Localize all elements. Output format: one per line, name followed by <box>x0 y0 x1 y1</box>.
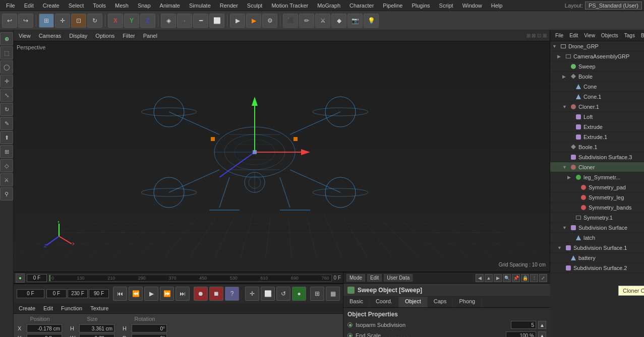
undo-btn[interactable]: ↩ <box>2 14 17 28</box>
sidebar-bevel[interactable]: ◇ <box>0 159 13 172</box>
prev-frame-btn[interactable]: ⏪ <box>129 287 143 301</box>
edge-mode-btn[interactable]: ━ <box>193 14 208 28</box>
menu-snap[interactable]: Snap <box>134 2 155 10</box>
size-h-input[interactable] <box>79 324 114 332</box>
obj-expand-camera[interactable]: ▶ <box>557 54 563 59</box>
obj-row-symm1[interactable]: Symmetry.1 ○ <box>550 213 644 223</box>
deform-btn[interactable]: ◆ <box>331 14 346 28</box>
menu-plugins[interactable]: Plugins <box>407 2 434 10</box>
help-btn[interactable]: ? <box>225 287 239 301</box>
obj-mode-btn[interactable]: ◈ <box>161 14 176 28</box>
next-frame-btn[interactable]: ⏩ <box>160 287 174 301</box>
scale-btn[interactable]: ⊡ <box>71 14 86 28</box>
point-mode-btn[interactable]: · <box>177 14 192 28</box>
obj-row-loft[interactable]: Loft ✓ ✓ <box>550 112 644 122</box>
sidebar-rect-select[interactable]: ⬚ <box>0 46 13 59</box>
menu-window[interactable]: Window <box>458 2 486 10</box>
goto-start-btn[interactable]: ⏮ <box>113 287 127 301</box>
rotate-btn[interactable]: ↻ <box>87 14 102 28</box>
bl-edit[interactable]: Edit <box>41 304 55 312</box>
menu-character[interactable]: Character <box>345 2 378 10</box>
vp-menu-cameras[interactable]: Cameras <box>37 32 64 40</box>
sidebar-rotate[interactable]: ↻ <box>0 103 13 116</box>
rot-p-input[interactable] <box>132 334 167 337</box>
obj-mgr-objects[interactable]: Objects <box>599 32 620 39</box>
attr-expand[interactable]: ⤢ <box>539 274 547 282</box>
pos-x-input[interactable] <box>27 324 62 332</box>
obj-row-cloner[interactable]: ▼ Cloner ✓ ✓ Cloner Object [Cloner] <box>550 162 644 172</box>
menu-file[interactable]: File <box>2 2 19 10</box>
obj-expand-cloner1[interactable]: ▼ <box>562 104 568 109</box>
obj-expand-subdiv1[interactable]: ▼ <box>557 245 563 250</box>
layout-value[interactable]: PS_Standard (User) <box>585 2 642 10</box>
attr-lock[interactable]: 🔒 <box>521 274 529 282</box>
obj-row-leg-symm[interactable]: ▶ leg_Symmetr... ○ <box>550 172 644 182</box>
prop-isoparm-input[interactable] <box>511 321 536 329</box>
timeline-bar[interactable]: 0130210290370450530610690760 <box>49 275 332 282</box>
record-btn[interactable]: ⏺ <box>194 287 208 301</box>
menu-animate[interactable]: Animate <box>156 2 184 10</box>
move-btn[interactable]: ✛ <box>55 14 70 28</box>
scheme-btn[interactable]: ⊞ <box>310 287 324 301</box>
obj-row-subdiv1[interactable]: ▼ Subdivision Surface.1 ○ ○ <box>550 243 644 253</box>
bl-texture[interactable]: Texture <box>88 304 110 312</box>
obj-row-symm-leg[interactable]: Symmetry_leg ✓ <box>550 192 644 203</box>
prop-endscale-input[interactable] <box>506 331 536 337</box>
obj-mgr-bookmarks[interactable]: Bookmarks <box>639 32 644 39</box>
keyframe-move-btn[interactable]: ✛ <box>245 287 259 301</box>
sidebar-poly-pen[interactable]: ✎ <box>0 117 13 130</box>
menu-help[interactable]: Help <box>487 2 507 10</box>
anim-field-3[interactable] <box>68 289 88 298</box>
bl-create[interactable]: Create <box>17 304 37 312</box>
obj-row-extrude[interactable]: Extrude ✓ ✓ <box>550 122 644 132</box>
obj-row-boole[interactable]: ▶ Boole ✓ ✓ <box>550 72 644 82</box>
menu-render[interactable]: Render <box>216 2 242 10</box>
vp-menu-options[interactable]: Options <box>93 32 116 40</box>
obj-row-battery[interactable]: battery ○ <box>550 253 644 263</box>
render-view-btn[interactable]: ▶ <box>230 14 245 28</box>
attr-tab-coord[interactable]: Coord. <box>370 297 399 307</box>
obj-row-boole1[interactable]: Boole.1 ✓ ✓ <box>550 142 644 152</box>
size-w-input[interactable] <box>79 334 114 337</box>
obj-mgr-edit[interactable]: Edit <box>567 32 580 39</box>
menu-select[interactable]: Select <box>65 2 88 10</box>
menu-create[interactable]: Create <box>39 2 64 10</box>
sidebar-extrude[interactable]: ⬆ <box>0 131 13 144</box>
attr-tab-caps[interactable]: Caps <box>428 297 453 307</box>
prop-endscale-radio[interactable] <box>347 333 353 337</box>
menu-tools[interactable]: Tools <box>89 2 110 10</box>
camera-btn[interactable]: 📷 <box>347 14 363 28</box>
attr-menu[interactable]: ⋮ <box>530 274 538 282</box>
sidebar-magnet[interactable]: ⚲ <box>0 187 13 200</box>
knife-btn[interactable]: ⚔ <box>315 14 330 28</box>
attr-userdata-btn[interactable]: User Data <box>384 274 413 282</box>
obj-row-subdiv3[interactable]: Subdivision Surface.3 ✓ ✓ <box>550 152 644 162</box>
keyframe-auto-btn[interactable]: ↺ <box>276 287 290 301</box>
play-btn[interactable]: ▶ <box>144 287 158 301</box>
obj-row-cone1[interactable]: Cone.1 ✓ ✓ <box>550 92 644 102</box>
obj-row-extrude1[interactable]: Extrude.1 ✓ ✓ <box>550 132 644 142</box>
sidebar-inset[interactable]: ⊞ <box>0 145 13 158</box>
obj-mgr-tags[interactable]: Tags <box>622 32 637 39</box>
menu-simulate[interactable]: Simulate <box>185 2 215 10</box>
obj-row-drone-grp[interactable]: ▼ Drone_GRP ○ ○ <box>550 41 644 51</box>
obj-row-cone[interactable]: Cone ✓ ✓ <box>550 82 644 92</box>
poly-mode-btn[interactable]: ⬜ <box>209 14 224 28</box>
rot-h-input[interactable] <box>132 324 167 332</box>
attr-tab-basic[interactable]: Basic <box>343 297 370 307</box>
axis-z-btn[interactable]: Z <box>140 14 155 28</box>
attr-nav-next[interactable]: ▶ <box>494 274 502 282</box>
prop-isoparm-radio[interactable] <box>347 322 353 327</box>
viewport[interactable]: View Cameras Display Options Filter Pane… <box>14 30 550 272</box>
vp-menu-filter[interactable]: Filter <box>121 32 137 40</box>
attr-nav-up[interactable]: ▲ <box>485 274 493 282</box>
menu-sculpt[interactable]: Sculpt <box>243 2 267 10</box>
prop-isoparm-up[interactable]: ▲ <box>538 321 546 329</box>
menu-script[interactable]: Script <box>435 2 457 10</box>
keyframe-record-btn[interactable]: ● <box>292 287 306 301</box>
obj-row-sweep[interactable]: Sweep ✓ ✓ <box>550 61 644 72</box>
menu-edit[interactable]: Edit <box>20 2 38 10</box>
viewport-canvas[interactable]: Perspective <box>14 41 550 272</box>
grid-btn[interactable]: ▦ <box>326 287 340 301</box>
redo-btn[interactable]: ↪ <box>18 14 33 28</box>
